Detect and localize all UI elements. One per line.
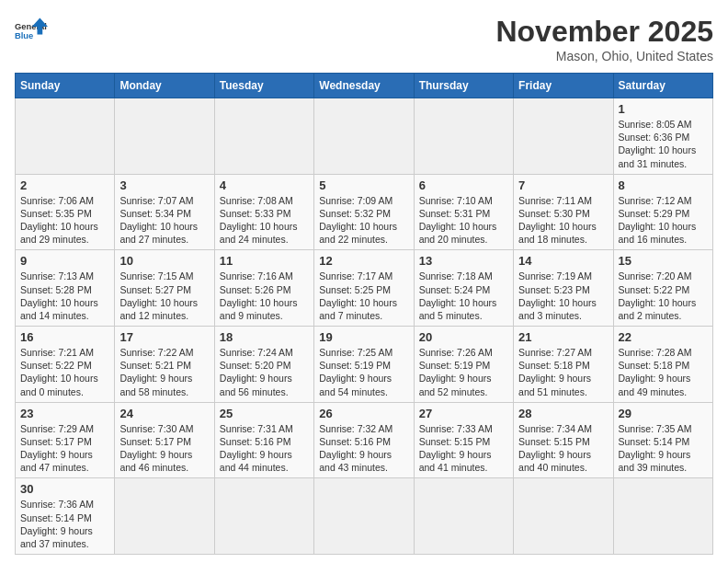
day-number: 15: [619, 254, 708, 268]
logo: General Blue: [15, 15, 48, 48]
calendar-day-cell: [115, 478, 214, 555]
calendar-day-cell: 19Sunrise: 7:25 AM Sunset: 5:19 PM Dayli…: [314, 327, 414, 403]
calendar-day-cell: 28Sunrise: 7:34 AM Sunset: 5:15 PM Dayli…: [514, 402, 613, 478]
day-info: Sunrise: 8:05 AM Sunset: 6:36 PM Dayligh…: [619, 118, 708, 170]
logo-icon: General Blue: [15, 15, 48, 48]
day-number: 8: [619, 178, 708, 192]
calendar-day-cell: 3Sunrise: 7:07 AM Sunset: 5:34 PM Daylig…: [115, 174, 214, 250]
day-number: 26: [319, 407, 408, 420]
day-info: Sunrise: 7:27 AM Sunset: 5:18 PM Dayligh…: [518, 346, 608, 398]
calendar-day-cell: 6Sunrise: 7:10 AM Sunset: 5:31 PM Daylig…: [414, 174, 513, 250]
day-info: Sunrise: 7:17 AM Sunset: 5:25 PM Dayligh…: [319, 270, 408, 322]
calendar-day-cell: [214, 98, 313, 175]
day-number: 18: [220, 330, 309, 344]
title-area: November 2025 Mason, Ohio, United States: [495, 15, 713, 63]
day-info: Sunrise: 7:31 AM Sunset: 5:16 PM Dayligh…: [220, 422, 309, 475]
calendar-day-cell: 1Sunrise: 8:05 AM Sunset: 6:36 PM Daylig…: [613, 98, 712, 175]
calendar-week-row: 9Sunrise: 7:13 AM Sunset: 5:28 PM Daylig…: [16, 250, 713, 327]
calendar-day-header: Saturday: [613, 74, 712, 98]
calendar-week-row: 30Sunrise: 7:36 AM Sunset: 5:14 PM Dayli…: [16, 478, 713, 555]
day-info: Sunrise: 7:10 AM Sunset: 5:31 PM Dayligh…: [419, 194, 508, 247]
day-number: 22: [619, 330, 708, 344]
calendar-day-cell: 10Sunrise: 7:15 AM Sunset: 5:27 PM Dayli…: [115, 250, 214, 327]
day-number: 19: [319, 330, 408, 344]
calendar-day-cell: 11Sunrise: 7:16 AM Sunset: 5:26 PM Dayli…: [214, 250, 313, 327]
calendar-week-row: 16Sunrise: 7:21 AM Sunset: 5:22 PM Dayli…: [16, 327, 713, 403]
day-number: 9: [20, 254, 109, 268]
calendar-day-cell: [414, 478, 513, 555]
day-number: 20: [419, 330, 508, 344]
calendar-day-cell: 30Sunrise: 7:36 AM Sunset: 5:14 PM Dayli…: [16, 478, 115, 555]
day-info: Sunrise: 7:26 AM Sunset: 5:19 PM Dayligh…: [419, 346, 508, 398]
calendar-day-cell: 29Sunrise: 7:35 AM Sunset: 5:14 PM Dayli…: [613, 402, 712, 478]
calendar-day-cell: 7Sunrise: 7:11 AM Sunset: 5:30 PM Daylig…: [514, 174, 613, 250]
day-info: Sunrise: 7:30 AM Sunset: 5:17 PM Dayligh…: [119, 422, 209, 475]
calendar-day-header: Sunday: [16, 74, 115, 98]
day-info: Sunrise: 7:07 AM Sunset: 5:34 PM Dayligh…: [119, 194, 209, 247]
day-number: 23: [20, 407, 109, 420]
calendar-day-cell: 8Sunrise: 7:12 AM Sunset: 5:29 PM Daylig…: [613, 174, 712, 250]
day-info: Sunrise: 7:21 AM Sunset: 5:22 PM Dayligh…: [20, 346, 109, 398]
calendar-week-row: 2Sunrise: 7:06 AM Sunset: 5:35 PM Daylig…: [16, 174, 713, 250]
day-number: 5: [319, 178, 408, 192]
day-info: Sunrise: 7:32 AM Sunset: 5:16 PM Dayligh…: [319, 422, 408, 475]
day-number: 16: [20, 330, 109, 344]
day-info: Sunrise: 7:08 AM Sunset: 5:33 PM Dayligh…: [220, 194, 309, 247]
calendar-day-cell: 14Sunrise: 7:19 AM Sunset: 5:23 PM Dayli…: [514, 250, 613, 327]
day-info: Sunrise: 7:25 AM Sunset: 5:19 PM Dayligh…: [319, 346, 408, 398]
day-info: Sunrise: 7:19 AM Sunset: 5:23 PM Dayligh…: [518, 270, 608, 322]
calendar-day-header: Tuesday: [214, 74, 313, 98]
svg-text:Blue: Blue: [15, 31, 33, 40]
calendar-day-cell: 20Sunrise: 7:26 AM Sunset: 5:19 PM Dayli…: [414, 327, 513, 403]
calendar-day-cell: 23Sunrise: 7:29 AM Sunset: 5:17 PM Dayli…: [16, 402, 115, 478]
calendar-day-cell: 17Sunrise: 7:22 AM Sunset: 5:21 PM Dayli…: [115, 327, 214, 403]
calendar-day-cell: [514, 98, 613, 175]
day-info: Sunrise: 7:13 AM Sunset: 5:28 PM Dayligh…: [20, 270, 109, 322]
day-number: 30: [20, 482, 109, 496]
calendar-day-cell: [16, 98, 115, 175]
calendar-day-cell: [613, 478, 712, 555]
calendar-day-cell: 26Sunrise: 7:32 AM Sunset: 5:16 PM Dayli…: [314, 402, 414, 478]
day-number: 27: [419, 407, 508, 420]
day-number: 12: [319, 254, 408, 268]
calendar-day-header: Wednesday: [314, 74, 414, 98]
calendar-day-cell: 15Sunrise: 7:20 AM Sunset: 5:22 PM Dayli…: [613, 250, 712, 327]
month-title: November 2025: [495, 15, 713, 49]
day-number: 29: [619, 407, 708, 420]
day-number: 7: [518, 178, 608, 192]
day-info: Sunrise: 7:12 AM Sunset: 5:29 PM Dayligh…: [619, 194, 708, 247]
day-number: 6: [419, 178, 508, 192]
day-number: 10: [119, 254, 209, 268]
calendar-day-cell: 9Sunrise: 7:13 AM Sunset: 5:28 PM Daylig…: [16, 250, 115, 327]
calendar-header-row: SundayMondayTuesdayWednesdayThursdayFrid…: [16, 74, 713, 98]
day-info: Sunrise: 7:34 AM Sunset: 5:15 PM Dayligh…: [518, 422, 608, 475]
day-number: 24: [119, 407, 209, 420]
day-info: Sunrise: 7:33 AM Sunset: 5:15 PM Dayligh…: [419, 422, 508, 475]
day-info: Sunrise: 7:20 AM Sunset: 5:22 PM Dayligh…: [619, 270, 708, 322]
calendar-day-cell: [115, 98, 214, 175]
calendar-day-cell: [414, 98, 513, 175]
calendar-table: SundayMondayTuesdayWednesdayThursdayFrid…: [15, 73, 713, 555]
calendar-day-cell: 13Sunrise: 7:18 AM Sunset: 5:24 PM Dayli…: [414, 250, 513, 327]
day-number: 14: [518, 254, 608, 268]
day-number: 2: [20, 178, 109, 192]
day-info: Sunrise: 7:16 AM Sunset: 5:26 PM Dayligh…: [220, 270, 309, 322]
day-number: 28: [518, 407, 608, 420]
calendar-day-cell: [314, 478, 414, 555]
day-number: 3: [119, 178, 209, 192]
calendar-day-cell: 27Sunrise: 7:33 AM Sunset: 5:15 PM Dayli…: [414, 402, 513, 478]
location: Mason, Ohio, United States: [495, 49, 713, 63]
calendar-day-cell: 18Sunrise: 7:24 AM Sunset: 5:20 PM Dayli…: [214, 327, 313, 403]
day-number: 25: [220, 407, 309, 420]
calendar-week-row: 23Sunrise: 7:29 AM Sunset: 5:17 PM Dayli…: [16, 402, 713, 478]
day-number: 17: [119, 330, 209, 344]
calendar-day-cell: 12Sunrise: 7:17 AM Sunset: 5:25 PM Dayli…: [314, 250, 414, 327]
day-info: Sunrise: 7:11 AM Sunset: 5:30 PM Dayligh…: [518, 194, 608, 247]
day-info: Sunrise: 7:22 AM Sunset: 5:21 PM Dayligh…: [119, 346, 209, 398]
day-info: Sunrise: 7:09 AM Sunset: 5:32 PM Dayligh…: [319, 194, 408, 247]
calendar-day-cell: 22Sunrise: 7:28 AM Sunset: 5:18 PM Dayli…: [613, 327, 712, 403]
day-number: 21: [518, 330, 608, 344]
calendar-day-cell: 16Sunrise: 7:21 AM Sunset: 5:22 PM Dayli…: [16, 327, 115, 403]
day-info: Sunrise: 7:15 AM Sunset: 5:27 PM Dayligh…: [119, 270, 209, 322]
day-info: Sunrise: 7:06 AM Sunset: 5:35 PM Dayligh…: [20, 194, 109, 247]
